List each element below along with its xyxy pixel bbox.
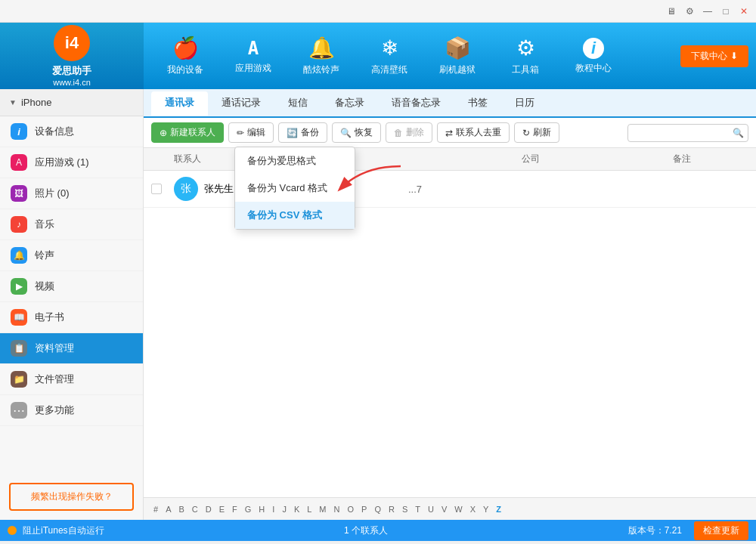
apps-sidebar-icon: A — [11, 154, 27, 171]
edit-label: 编辑 — [247, 126, 265, 139]
sidebar-item-device-info[interactable]: i 设备信息 — [0, 116, 143, 147]
nav-label-wallpaper: 高清壁纸 — [371, 63, 407, 76]
nav-item-tools[interactable]: ⚙ 工具箱 — [491, 23, 559, 89]
sidebar-label-ringtones: 铃声 — [35, 249, 54, 262]
photo-icon: 🖼 — [11, 185, 27, 202]
alpha-V[interactable]: V — [439, 503, 449, 515]
alpha-G[interactable]: G — [243, 503, 254, 515]
collapse-arrow-icon: ▼ — [9, 98, 17, 107]
nav-item-my-device[interactable]: 🍎 我的设备 — [151, 23, 219, 89]
nav-item-jailbreak[interactable]: 📦 刷机越狱 — [423, 23, 491, 89]
alpha-O[interactable]: O — [345, 503, 356, 515]
alpha-P[interactable]: P — [359, 503, 369, 515]
bell-icon: 🔔 — [308, 36, 335, 60]
alpha-D[interactable]: D — [203, 503, 214, 515]
alpha-C[interactable]: C — [190, 503, 200, 515]
edit-button[interactable]: ✏ 编辑 — [228, 122, 274, 143]
alpha-Q[interactable]: Q — [372, 503, 383, 515]
tab-call-log[interactable]: 通话记录 — [208, 91, 274, 114]
download-button[interactable]: 下载中心 ⬇ — [680, 45, 748, 67]
tab-bookmarks[interactable]: 书签 — [454, 91, 501, 114]
tab-voice-notes[interactable]: 语音备忘录 — [378, 91, 454, 114]
alpha-J[interactable]: J — [280, 503, 289, 515]
delete-button[interactable]: 🗑 删除 — [386, 122, 432, 143]
alpha-F[interactable]: F — [230, 503, 240, 515]
alpha-U[interactable]: U — [426, 503, 436, 515]
nav-item-wallpaper[interactable]: ❄ 高清壁纸 — [355, 23, 423, 89]
backup-button[interactable]: 🔄 备份 — [278, 122, 327, 143]
sidebar: ▼ iPhone i 设备信息 A 应用游戏 (1) 🖼 照片 (0) ♪ 音乐… — [0, 89, 144, 520]
header-right: 下载中心 ⬇ — [680, 45, 748, 67]
video-icon: ▶ — [11, 278, 27, 295]
help-label: 频繁出现操作失败？ — [31, 491, 113, 502]
avatar: 张 — [174, 177, 198, 201]
music-icon: ♪ — [11, 216, 27, 233]
sidebar-item-ebook[interactable]: 📖 电子书 — [0, 302, 143, 333]
sidebar-item-photos[interactable]: 🖼 照片 (0) — [0, 178, 143, 209]
search-input[interactable] — [634, 128, 733, 138]
refresh-button[interactable]: ↻ 刷新 — [514, 122, 559, 143]
dropdown-item-backup-vcard[interactable]: 备份为 Vcard 格式 — [235, 175, 355, 202]
checkbox[interactable] — [151, 184, 162, 194]
tab-contacts[interactable]: 通讯录 — [151, 91, 208, 116]
nav-item-ringtones[interactable]: 🔔 酷炫铃声 — [287, 23, 355, 89]
alpha-B[interactable]: B — [176, 503, 186, 515]
alpha-Z[interactable]: Z — [494, 503, 503, 515]
minimize-icon[interactable]: — — [702, 5, 714, 17]
alpha-K[interactable]: K — [292, 503, 302, 515]
logo-icon: i4 — [54, 25, 90, 61]
alpha-bar: # A B C D E F G H I J K L M N O P Q R S … — [144, 497, 756, 520]
new-contact-button[interactable]: ⊕ 新建联系人 — [151, 122, 224, 143]
tab-sms[interactable]: 短信 — [274, 91, 321, 114]
nav-label-apps: 应用游戏 — [235, 62, 271, 75]
update-button[interactable]: 检查更新 — [694, 521, 748, 540]
sync-label: 联系人去重 — [456, 126, 501, 139]
nav-item-tutorials[interactable]: i 教程中心 — [559, 23, 627, 89]
sidebar-label-more: 更多功能 — [35, 403, 74, 417]
folder-icon: 📁 — [11, 371, 27, 388]
sidebar-label-video: 视频 — [35, 280, 54, 293]
dropdown-item-backup-csv[interactable]: 备份为 CSV 格式 — [235, 202, 355, 229]
tab-notes[interactable]: 备忘录 — [321, 91, 378, 114]
restore-icon: 🔍 — [340, 128, 352, 138]
nav-item-apps[interactable]: A 应用游戏 — [219, 23, 287, 89]
sidebar-item-music[interactable]: ♪ 音乐 — [0, 209, 143, 240]
alpha-L[interactable]: L — [305, 503, 314, 515]
alpha-E[interactable]: E — [217, 503, 227, 515]
sidebar-item-data-mgmt[interactable]: 📋 资料管理 — [0, 333, 143, 364]
sidebar-label-data-mgmt: 资料管理 — [35, 342, 74, 355]
company-header: 公司 — [522, 153, 673, 165]
alpha-X[interactable]: X — [468, 503, 478, 515]
contact-count: 1 个联系人 — [344, 524, 388, 537]
maximize-icon[interactable]: □ — [720, 5, 732, 17]
alpha-W[interactable]: W — [452, 503, 464, 515]
alpha-S[interactable]: S — [400, 503, 410, 515]
alpha-Y[interactable]: Y — [481, 503, 491, 515]
sidebar-item-more[interactable]: ⋯ 更多功能 — [0, 395, 143, 426]
close-icon[interactable]: ✕ — [738, 5, 750, 17]
alpha-A[interactable]: A — [163, 503, 173, 515]
alpha-I[interactable]: I — [270, 503, 277, 515]
tab-calendar[interactable]: 日历 — [501, 91, 548, 114]
restore-button[interactable]: 🔍 恢复 — [332, 122, 381, 143]
sidebar-item-ringtones[interactable]: 🔔 铃声 — [0, 240, 143, 271]
alpha-T[interactable]: T — [413, 503, 423, 515]
alpha-M[interactable]: M — [317, 503, 328, 515]
alpha-R[interactable]: R — [386, 503, 397, 515]
dropdown-item-backup-i4[interactable]: 备份为爱思格式 — [235, 147, 355, 175]
alpha-H[interactable]: H — [256, 503, 267, 515]
tab-bar: 通讯录 通话记录 短信 备忘录 语音备忘录 书签 日历 — [144, 89, 756, 118]
alpha-hash[interactable]: # — [151, 503, 160, 515]
sidebar-item-file-mgmt[interactable]: 📁 文件管理 — [0, 364, 143, 395]
alpha-N[interactable]: N — [332, 503, 342, 515]
download-label: 下载中心 — [691, 50, 727, 63]
help-button[interactable]: 频繁出现操作失败？ — [9, 483, 134, 511]
row-checkbox[interactable] — [151, 184, 174, 194]
sidebar-item-apps[interactable]: A 应用游戏 (1) — [0, 147, 143, 178]
itunes-bar: 阻止iTunes自动运行 1 个联系人 版本号：7.21 检查更新 — [0, 520, 756, 541]
more-icon: ⋯ — [11, 402, 27, 419]
content-area: 通讯录 通话记录 短信 备忘录 语音备忘录 书签 日历 ⊕ — [144, 89, 756, 520]
box-icon: 📦 — [445, 36, 471, 60]
sidebar-item-video[interactable]: ▶ 视频 — [0, 271, 143, 302]
sync-contacts-button[interactable]: ⇄ 联系人去重 — [437, 122, 510, 143]
